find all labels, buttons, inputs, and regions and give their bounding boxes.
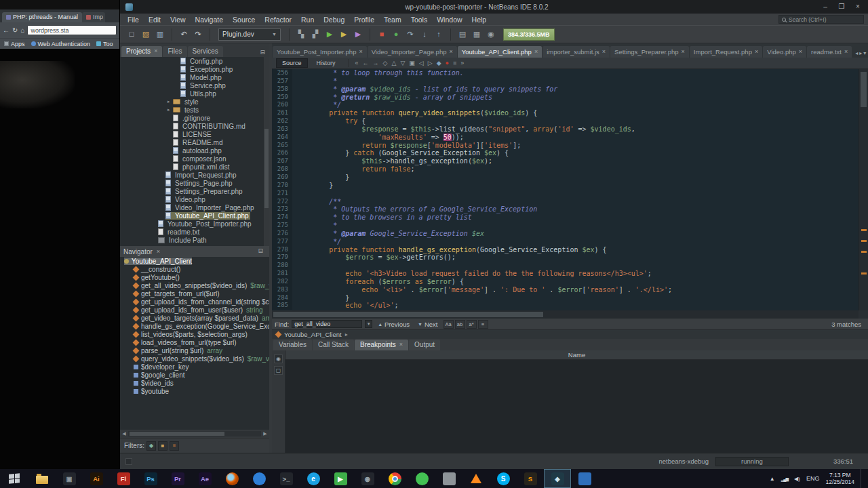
navigator-item[interactable]: get_upload_ids_from_channel_id(string $c… — [120, 298, 269, 306]
stop-icon[interactable]: ■ — [376, 28, 388, 41]
maximize-button[interactable]: ❐ — [834, 2, 849, 12]
new-file-icon[interactable]: □ — [125, 28, 138, 41]
breadcrumb-item[interactable]: Youtube_API_Client — [284, 331, 342, 338]
code-editor[interactable]: 256 * to loop through this function.257 … — [272, 69, 868, 319]
close-tab-icon[interactable]: × — [399, 342, 403, 348]
undo-icon[interactable]: ↶ — [178, 28, 190, 41]
editor-tab-settings-preparer-php[interactable]: Settings_Preparer.php× — [610, 46, 689, 58]
navigator-item[interactable]: parse_url(string $url)array — [120, 346, 269, 354]
taskbar-app-window[interactable]: ▣ — [56, 469, 83, 488]
menu-debug[interactable]: Debug — [319, 16, 349, 24]
tree-item-settings-page-php[interactable]: Settings_Page.php — [120, 179, 264, 187]
taskbar-console[interactable]: >_ — [273, 469, 300, 488]
expand-icon[interactable]: ▸ — [167, 107, 173, 113]
navigator-item[interactable]: $google_client — [120, 371, 269, 379]
minimize-window-icon[interactable]: ⊟ — [255, 247, 266, 256]
line-number[interactable]: 263 — [272, 125, 292, 134]
line-number[interactable]: 265 — [272, 142, 292, 150]
code-line[interactable]: 269 } — [272, 174, 859, 182]
expand-icon[interactable]: ▸ — [167, 99, 173, 104]
navigator-item[interactable]: load_videos_from_url(type $url) — [120, 338, 269, 346]
code-line[interactable]: 262 try { — [272, 117, 859, 125]
language-indicator[interactable]: ENG — [806, 475, 820, 482]
back-icon[interactable]: ← — [3, 27, 9, 34]
scroll-right-icon[interactable]: ▶ — [261, 431, 269, 436]
config-combobox[interactable]: Plugin.dev ▼ — [218, 28, 281, 41]
table-body[interactable] — [285, 360, 868, 453]
line-number[interactable]: 261 — [272, 109, 292, 117]
editor-tab-importer-submit-js[interactable]: importer_submit.js× — [542, 46, 610, 58]
taskbar-photoshop[interactable]: Ps — [137, 469, 164, 488]
show-fields-icon[interactable]: ■ — [158, 441, 167, 451]
code-line[interactable]: 282 foreach ($errors as $error) { — [272, 278, 859, 286]
navigator-item[interactable]: Youtube_API_Client — [120, 257, 269, 265]
close-tab-icon[interactable]: × — [534, 49, 538, 55]
build-icon[interactable]: ▚ — [295, 28, 307, 41]
code-line[interactable]: 270 } — [272, 182, 859, 190]
navigator-item[interactable]: $youtube — [120, 387, 269, 395]
dock-tab-files[interactable]: Files — [163, 46, 186, 57]
clock[interactable]: 7:13 PM 12/25/2014 — [825, 472, 854, 485]
code-line[interactable]: 285 echo '</ul>'; — [272, 302, 859, 310]
code-line[interactable]: 264 'maxResults' => 50)); — [272, 134, 859, 142]
line-number[interactable]: 259 — [272, 94, 292, 102]
previous-occurrence-icon[interactable]: △ — [391, 60, 396, 66]
code-line[interactable]: 275 * — [272, 222, 859, 230]
taskbar-flash[interactable]: Fl — [110, 469, 137, 488]
dock-tab-services[interactable]: Services — [188, 46, 223, 57]
taskbar-chrome[interactable] — [381, 469, 408, 488]
tree-item-youtube-api-client-php[interactable]: Youtube_API_Client.php — [120, 211, 264, 220]
close-navigator-icon[interactable]: × — [157, 249, 160, 255]
taskbar-camera-app[interactable]: ◉ — [354, 469, 381, 488]
clean-build-icon[interactable]: ▞ — [309, 28, 321, 41]
navigator-item[interactable]: list_videos($parts, $selection_args) — [120, 330, 269, 338]
dock-tab-projects[interactable]: Projects× — [121, 46, 162, 57]
continue-icon[interactable]: ● — [390, 28, 402, 41]
tree-item-readme-md[interactable]: README.md — [120, 138, 264, 146]
menu-source[interactable]: Source — [228, 16, 260, 24]
navigator-item[interactable]: getYoutube() — [120, 273, 269, 281]
navigator-item[interactable]: $developer_key — [120, 363, 269, 371]
code-line[interactable]: 276 * @param Google_Service_Exception $e… — [272, 230, 859, 238]
bookmark-apps[interactable]: Apps — [4, 41, 25, 47]
line-number[interactable]: 278 — [272, 246, 292, 254]
minimize-button[interactable]: – — [818, 2, 833, 12]
debugger-tab-output[interactable]: Output — [409, 340, 440, 350]
debug-icon[interactable]: ▶ — [338, 28, 350, 41]
next-bookmark-icon[interactable]: ▷ — [428, 60, 433, 66]
tree-item-readme-txt[interactable]: readme.txt — [120, 228, 264, 236]
editor-tab-youtube-post-importer-php[interactable]: Youtube_Post_Importer.php× — [273, 46, 367, 58]
line-number[interactable]: 274 — [272, 214, 292, 222]
tree-item-composer-json[interactable]: composer.json — [120, 155, 264, 163]
taskbar-firefox[interactable] — [218, 469, 245, 488]
line-number[interactable]: 284 — [272, 294, 292, 302]
menu-tools[interactable]: Tools — [406, 16, 433, 24]
code-line[interactable]: 266 } catch (Google_Service_Exception $e… — [272, 149, 859, 157]
taskbar-skype[interactable]: S — [490, 469, 517, 488]
taskbar-messenger[interactable] — [408, 469, 435, 488]
toggle-bookmark-icon[interactable]: ◆ — [437, 60, 441, 66]
memory-indicator[interactable]: 384.3/336.5MB — [503, 28, 555, 41]
navigator-item[interactable]: get_targets_from_url($url) — [120, 289, 269, 298]
line-number[interactable]: 267 — [272, 157, 292, 165]
new-breakpoint-icon[interactable]: ◉ — [274, 354, 283, 363]
previous-bookmark-icon[interactable]: ◁ — [419, 60, 424, 66]
tree-item-gitignore[interactable]: .gitignore — [120, 114, 264, 122]
line-number[interactable]: 258 — [272, 85, 292, 94]
line-number[interactable]: 268 — [272, 165, 292, 174]
step-into-icon[interactable]: ↓ — [418, 28, 431, 41]
record-macro-icon[interactable]: ● — [446, 60, 449, 66]
tree-item-contributing-md[interactable]: CONTRIBUTING.md — [120, 122, 264, 130]
browser-tab-active[interactable]: PHP: pthreads - Manual — [2, 12, 82, 22]
line-number[interactable]: 260 — [272, 101, 292, 109]
tree-item-exception-php[interactable]: Exception.php — [120, 65, 264, 73]
source-view-button[interactable]: Source — [276, 58, 308, 68]
database-icon[interactable]: ▤ — [456, 28, 469, 41]
forward-icon[interactable]: → — [373, 60, 379, 66]
tree-item-utils-php[interactable]: Utils.php — [120, 89, 264, 98]
navigator-item[interactable]: $video_ids — [120, 379, 269, 387]
search-input[interactable] — [789, 16, 856, 23]
line-number[interactable]: 270 — [272, 182, 292, 190]
close-tab-icon[interactable]: × — [682, 49, 685, 55]
save-all-icon[interactable]: ▥ — [154, 28, 166, 41]
